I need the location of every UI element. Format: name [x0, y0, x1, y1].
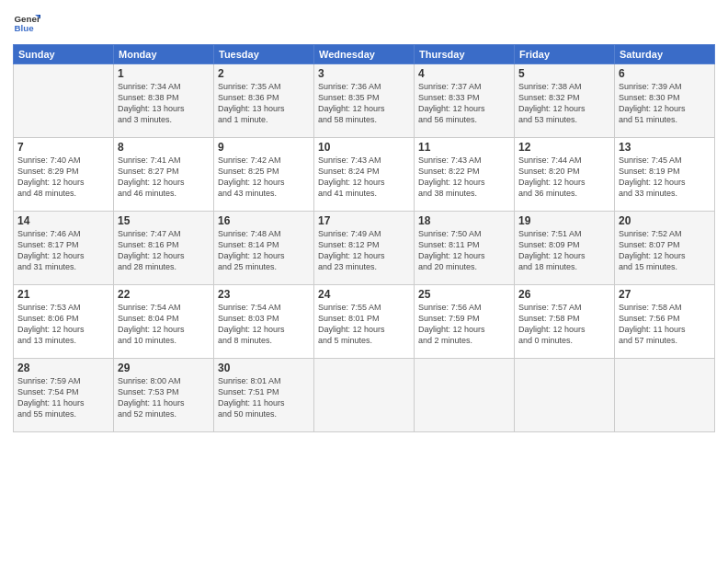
day-info: Sunrise: 7:48 AM Sunset: 8:14 PM Dayligh… — [218, 228, 310, 273]
day-info: Sunrise: 7:54 AM Sunset: 8:03 PM Dayligh… — [218, 302, 310, 347]
day-number: 11 — [418, 141, 510, 154]
day-info: Sunrise: 7:34 AM Sunset: 8:38 PM Dayligh… — [118, 81, 210, 126]
day-info: Sunrise: 7:47 AM Sunset: 8:16 PM Dayligh… — [118, 228, 210, 273]
day-number: 30 — [218, 362, 310, 374]
day-info: Sunrise: 7:56 AM Sunset: 7:59 PM Dayligh… — [418, 302, 510, 347]
day-info: Sunrise: 7:58 AM Sunset: 7:56 PM Dayligh… — [619, 302, 711, 347]
col-tuesday: Tuesday — [214, 45, 314, 64]
calendar-cell: 26Sunrise: 7:57 AM Sunset: 7:58 PM Dayli… — [515, 285, 615, 359]
svg-text:Blue: Blue — [15, 23, 35, 33]
day-number: 18 — [418, 214, 510, 227]
week-row-2: 14Sunrise: 7:46 AM Sunset: 8:17 PM Dayli… — [14, 212, 715, 285]
calendar-cell: 27Sunrise: 7:58 AM Sunset: 7:56 PM Dayli… — [615, 285, 715, 359]
day-info: Sunrise: 7:57 AM Sunset: 7:58 PM Dayligh… — [518, 302, 610, 347]
day-info: Sunrise: 7:59 AM Sunset: 7:54 PM Dayligh… — [17, 375, 109, 420]
calendar-cell: 14Sunrise: 7:46 AM Sunset: 8:17 PM Dayli… — [14, 212, 114, 285]
calendar-cell: 12Sunrise: 7:44 AM Sunset: 8:20 PM Dayli… — [515, 138, 615, 212]
calendar-cell: 25Sunrise: 7:56 AM Sunset: 7:59 PM Dayli… — [415, 285, 515, 359]
calendar-cell: 6Sunrise: 7:39 AM Sunset: 8:30 PM Daylig… — [615, 64, 715, 138]
day-number: 2 — [218, 67, 310, 80]
header: General Blue — [13, 9, 715, 37]
day-number: 7 — [17, 141, 109, 154]
day-number: 13 — [619, 141, 711, 154]
day-number: 25 — [418, 288, 510, 301]
week-row-4: 28Sunrise: 7:59 AM Sunset: 7:54 PM Dayli… — [14, 359, 715, 432]
day-info: Sunrise: 7:53 AM Sunset: 8:06 PM Dayligh… — [17, 302, 109, 347]
calendar-cell: 13Sunrise: 7:45 AM Sunset: 8:19 PM Dayli… — [615, 138, 715, 212]
day-info: Sunrise: 7:51 AM Sunset: 8:09 PM Dayligh… — [518, 228, 610, 273]
day-info: Sunrise: 7:46 AM Sunset: 8:17 PM Dayligh… — [17, 228, 109, 273]
col-monday: Monday — [114, 45, 214, 64]
day-number: 28 — [17, 362, 109, 374]
calendar-table: Sunday Monday Tuesday Wednesday Thursday… — [13, 44, 715, 432]
logo-icon: General Blue — [13, 9, 40, 37]
day-number: 17 — [318, 214, 410, 227]
day-number: 6 — [619, 67, 711, 80]
day-info: Sunrise: 7:54 AM Sunset: 8:04 PM Dayligh… — [118, 302, 210, 347]
day-number: 29 — [118, 362, 210, 374]
calendar-cell: 23Sunrise: 7:54 AM Sunset: 8:03 PM Dayli… — [214, 285, 314, 359]
calendar-cell: 17Sunrise: 7:49 AM Sunset: 8:12 PM Dayli… — [314, 212, 415, 285]
calendar-cell: 18Sunrise: 7:50 AM Sunset: 8:11 PM Dayli… — [415, 212, 515, 285]
calendar-cell: 1Sunrise: 7:34 AM Sunset: 8:38 PM Daylig… — [114, 64, 214, 138]
day-number: 23 — [218, 288, 310, 301]
calendar-cell: 16Sunrise: 7:48 AM Sunset: 8:14 PM Dayli… — [214, 212, 314, 285]
calendar-cell: 15Sunrise: 7:47 AM Sunset: 8:16 PM Dayli… — [114, 212, 214, 285]
day-info: Sunrise: 7:39 AM Sunset: 8:30 PM Dayligh… — [619, 81, 711, 126]
day-number: 22 — [118, 288, 210, 301]
day-number: 15 — [118, 214, 210, 227]
day-info: Sunrise: 7:50 AM Sunset: 8:11 PM Dayligh… — [418, 228, 510, 273]
day-info: Sunrise: 7:43 AM Sunset: 8:24 PM Dayligh… — [318, 155, 410, 200]
day-info: Sunrise: 7:37 AM Sunset: 8:33 PM Dayligh… — [418, 81, 510, 126]
day-number: 16 — [218, 214, 310, 227]
day-info: Sunrise: 7:38 AM Sunset: 8:32 PM Dayligh… — [518, 81, 610, 126]
calendar-cell — [14, 64, 114, 138]
day-number: 21 — [17, 288, 109, 301]
col-thursday: Thursday — [415, 45, 515, 64]
calendar-cell — [515, 359, 615, 432]
day-info: Sunrise: 7:40 AM Sunset: 8:29 PM Dayligh… — [17, 155, 109, 200]
day-info: Sunrise: 7:45 AM Sunset: 8:19 PM Dayligh… — [619, 155, 711, 200]
calendar-cell — [615, 359, 715, 432]
day-number: 9 — [218, 141, 310, 154]
calendar-cell: 22Sunrise: 7:54 AM Sunset: 8:04 PM Dayli… — [114, 285, 214, 359]
calendar-cell: 21Sunrise: 7:53 AM Sunset: 8:06 PM Dayli… — [14, 285, 114, 359]
day-info: Sunrise: 7:49 AM Sunset: 8:12 PM Dayligh… — [318, 228, 410, 273]
col-friday: Friday — [515, 45, 615, 64]
day-number: 5 — [518, 67, 610, 80]
day-info: Sunrise: 7:35 AM Sunset: 8:36 PM Dayligh… — [218, 81, 310, 126]
day-info: Sunrise: 7:42 AM Sunset: 8:25 PM Dayligh… — [218, 155, 310, 200]
week-row-1: 7Sunrise: 7:40 AM Sunset: 8:29 PM Daylig… — [14, 138, 715, 212]
day-number: 12 — [518, 141, 610, 154]
day-number: 24 — [318, 288, 410, 301]
calendar-cell: 8Sunrise: 7:41 AM Sunset: 8:27 PM Daylig… — [114, 138, 214, 212]
day-info: Sunrise: 7:36 AM Sunset: 8:35 PM Dayligh… — [318, 81, 410, 126]
calendar-body: 1Sunrise: 7:34 AM Sunset: 8:38 PM Daylig… — [14, 64, 715, 432]
day-number: 8 — [118, 141, 210, 154]
page: General Blue Sunday Monday Tuesday Wedne… — [0, 0, 728, 563]
calendar-cell: 7Sunrise: 7:40 AM Sunset: 8:29 PM Daylig… — [14, 138, 114, 212]
day-info: Sunrise: 7:52 AM Sunset: 8:07 PM Dayligh… — [619, 228, 711, 273]
day-number: 26 — [518, 288, 610, 301]
day-info: Sunrise: 8:01 AM Sunset: 7:51 PM Dayligh… — [218, 375, 310, 420]
day-number: 10 — [318, 141, 410, 154]
header-row: Sunday Monday Tuesday Wednesday Thursday… — [14, 45, 715, 64]
calendar-cell: 4Sunrise: 7:37 AM Sunset: 8:33 PM Daylig… — [415, 64, 515, 138]
calendar-cell: 20Sunrise: 7:52 AM Sunset: 8:07 PM Dayli… — [615, 212, 715, 285]
calendar-cell — [415, 359, 515, 432]
calendar-cell: 5Sunrise: 7:38 AM Sunset: 8:32 PM Daylig… — [515, 64, 615, 138]
day-info: Sunrise: 7:44 AM Sunset: 8:20 PM Dayligh… — [518, 155, 610, 200]
calendar-cell: 19Sunrise: 7:51 AM Sunset: 8:09 PM Dayli… — [515, 212, 615, 285]
day-info: Sunrise: 7:43 AM Sunset: 8:22 PM Dayligh… — [418, 155, 510, 200]
calendar-cell: 2Sunrise: 7:35 AM Sunset: 8:36 PM Daylig… — [214, 64, 314, 138]
calendar-cell: 9Sunrise: 7:42 AM Sunset: 8:25 PM Daylig… — [214, 138, 314, 212]
day-number: 19 — [518, 214, 610, 227]
day-info: Sunrise: 7:41 AM Sunset: 8:27 PM Dayligh… — [118, 155, 210, 200]
calendar-cell: 28Sunrise: 7:59 AM Sunset: 7:54 PM Dayli… — [14, 359, 114, 432]
col-saturday: Saturday — [615, 45, 715, 64]
calendar-cell: 10Sunrise: 7:43 AM Sunset: 8:24 PM Dayli… — [314, 138, 415, 212]
day-info: Sunrise: 8:00 AM Sunset: 7:53 PM Dayligh… — [118, 375, 210, 420]
calendar-cell: 29Sunrise: 8:00 AM Sunset: 7:53 PM Dayli… — [114, 359, 214, 432]
day-number: 3 — [318, 67, 410, 80]
calendar-cell: 3Sunrise: 7:36 AM Sunset: 8:35 PM Daylig… — [314, 64, 415, 138]
